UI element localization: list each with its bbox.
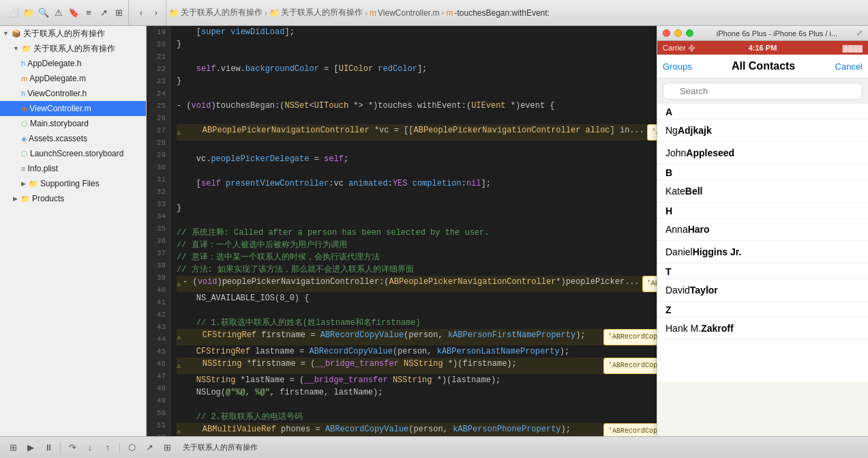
groups-button[interactable]: Groups <box>657 61 698 72</box>
step-over-icon[interactable]: ↷ <box>65 440 80 455</box>
contacts-list: ANg AdjkajkJohn AppleseedBKate BellHAnna… <box>657 104 868 382</box>
collapse-arrow-about: ▼ <box>13 45 19 52</box>
breadcrumb-item-1[interactable]: 关于联系人的所有操作 <box>181 7 263 18</box>
sidebar-label-launchscreen: LaunchScreen.storyboard <box>30 149 123 158</box>
sidebar-item-launchscreen[interactable]: ⬡ LaunchScreen.storyboard <box>0 146 146 161</box>
nav-arrows-group: ‹ › <box>132 0 166 25</box>
contact-last-name: Haro <box>688 224 710 235</box>
close-button[interactable] <box>663 29 670 37</box>
breadcrumb-item-3[interactable]: ViewController.m <box>378 8 439 18</box>
contact-item[interactable]: Kate Bell <box>657 180 868 203</box>
contact-item[interactable]: Anna Haro <box>657 218 868 241</box>
step-out-icon[interactable]: ↑ <box>100 440 115 455</box>
sidebar-item-viewcontroller-h[interactable]: h ViewController.h <box>0 86 146 101</box>
expand-icon[interactable]: ⊞ <box>5 440 20 455</box>
sidebar-item-main-storyboard[interactable]: ⬡ Main.storyboard <box>0 116 146 131</box>
breadcrumb-folder-icon-2: 📁 <box>269 8 280 18</box>
sidebar-label-appdelegate-h: AppDelegate.h <box>27 59 81 68</box>
contact-last-name: Adjkajk <box>678 125 712 136</box>
cancel-button[interactable]: Cancel <box>830 61 868 72</box>
contact-last-name: Appleseed <box>686 147 734 158</box>
m-file-icon-2: m <box>21 104 27 113</box>
search-icon[interactable]: 🔍 <box>37 6 50 20</box>
warning-icon-line-50: ⚠ <box>177 426 181 436</box>
m-file-icon-1: m <box>21 74 27 83</box>
warning-icon[interactable]: ⚠ <box>52 6 65 20</box>
contacts-section-H: H <box>657 203 868 218</box>
contact-item[interactable]: Daniel Higgins Jr. <box>657 241 868 263</box>
minimize-button[interactable] <box>674 29 682 37</box>
contact-item[interactable]: Hank M. Zakroff <box>657 317 868 340</box>
contacts-search-bar: 🔍 <box>657 78 868 104</box>
breadcrumb-folder-icon: 📁 <box>169 8 179 18</box>
sidebar-item-about[interactable]: ▼ 📁 关于联系人的所有操作 <box>0 41 146 56</box>
project-icon: 📦 <box>12 29 21 38</box>
contact-first-name: Ng <box>665 125 678 136</box>
sidebar-label-products: Products <box>32 194 64 203</box>
contact-first-name: John <box>665 147 686 158</box>
back-icon[interactable]: ‹ <box>134 6 148 20</box>
contacts-section-B: B <box>657 164 868 180</box>
contacts-title: All Contacts <box>698 60 830 72</box>
sidebar-item-supporting-files[interactable]: ▶ 📁 Supporting Files <box>0 176 146 191</box>
sidebar-label-infoplist: Info.plist <box>27 164 58 173</box>
main-toolbar: ⬜ 📁 🔍 ⚠ 🔖 ≡ ↗ ⊞ ‹ › 📁 关于联系人的所有操作 › 📁 关于联… <box>0 0 868 26</box>
simulator-bottom-area <box>657 382 868 436</box>
breadcrumb-item-4[interactable]: -touchesBegan:withEvent: <box>454 8 549 18</box>
sidebar-label-appdelegate-m: AppDelegate.m <box>29 74 86 83</box>
breakpoint-icon[interactable]: ⬡ <box>124 440 139 455</box>
simulator-title: iPhone 6s Plus - iPhone 6s Plus / i... <box>702 29 852 38</box>
code-text-50: ABMultiValueRef phones = ABRecordCopyVal… <box>183 423 601 435</box>
contact-first-name: Hank M. <box>665 323 701 334</box>
contacts-section-Z: Z <box>657 302 868 317</box>
breadcrumb-m-icon: m <box>370 8 376 18</box>
sidebar-item-appdelegate-m[interactable]: m AppDelegate.m <box>0 71 146 86</box>
sidebar-item-products[interactable]: ▶ 📁 Products <box>0 191 146 206</box>
share-icon[interactable]: ↗ <box>97 6 110 20</box>
warning-icon-line-43: ⚠ <box>177 332 181 344</box>
contact-first-name: Anna <box>665 224 688 235</box>
forward-icon[interactable]: › <box>149 6 163 20</box>
stop-icon[interactable]: ⏸ <box>41 440 56 455</box>
collapse-arrow-root: ▼ <box>3 30 9 37</box>
separator-1 <box>60 442 61 453</box>
sidebar-item-assets[interactable]: ◈ Assets.xcassets <box>0 131 146 146</box>
warning-icon-line-39: ⚠ <box>177 278 181 291</box>
resize-icon[interactable]: ⤢ <box>856 29 863 38</box>
simulator-titlebar: iPhone 6s Plus - iPhone 6s Plus / i... ⤢ <box>657 26 868 41</box>
sidebar-label-viewcontroller-m: ViewController.m <box>29 104 91 113</box>
new-file-icon[interactable]: ⬜ <box>7 6 20 20</box>
contact-item[interactable]: Ng Adjkajk <box>657 119 868 142</box>
storyboard-icon-1: ⬡ <box>21 119 28 128</box>
group-folder-icon: 📁 <box>29 180 38 188</box>
grid-icon[interactable]: ⊞ <box>112 6 125 20</box>
breadcrumb-method-icon: m <box>446 8 453 18</box>
sidebar-item-infoplist[interactable]: ≡ Info.plist <box>0 161 146 176</box>
search-input[interactable] <box>663 83 863 100</box>
grid2-icon[interactable]: ⊞ <box>160 440 175 455</box>
collapse-arrow-supporting: ▶ <box>21 180 26 187</box>
bottom-toolbar: ⊞ ▶ ⏸ ↷ ↓ ↑ ⬡ ↗ ⊞ 关于联系人的所有操作 <box>0 436 868 458</box>
h-file-icon-2: h <box>21 89 25 98</box>
folder-icon[interactable]: 📁 <box>22 6 35 20</box>
run-icon[interactable]: ▶ <box>23 440 38 455</box>
sidebar-item-root[interactable]: ▼ 📦 关于联系人的所有操作 <box>0 26 146 41</box>
sidebar-item-viewcontroller-m[interactable]: m ViewController.m <box>0 101 146 116</box>
collapse-arrow-products: ▶ <box>13 195 18 202</box>
share-icon[interactable]: ↗ <box>142 440 157 455</box>
contact-item[interactable]: John Appleseed <box>657 142 868 164</box>
sidebar-item-appdelegate-h[interactable]: h AppDelegate.h <box>0 56 146 71</box>
code-text-27: ABPeoplePickerNavigationController *vc =… <box>183 124 644 137</box>
step-in-icon[interactable]: ↓ <box>83 440 98 455</box>
time-text: 4:16 PM <box>730 44 796 52</box>
contact-item[interactable]: David Taylor <box>657 279 868 302</box>
maximize-button[interactable] <box>686 29 693 37</box>
diff-icon[interactable]: ≡ <box>82 6 95 20</box>
phone-status-bar: Carrier 令 4:16 PM ▓▓▓▓ <box>657 41 868 55</box>
breadcrumb: 📁 关于联系人的所有操作 › 📁 关于联系人的所有操作 › m ViewCont… <box>169 7 864 18</box>
breadcrumb-item-2[interactable]: 关于联系人的所有操作 <box>281 7 363 18</box>
bookmark-icon[interactable]: 🔖 <box>67 6 80 20</box>
carrier-text: Carrier 令 <box>663 43 730 53</box>
contact-first-name: Daniel <box>665 246 693 257</box>
separator-2 <box>119 442 120 453</box>
